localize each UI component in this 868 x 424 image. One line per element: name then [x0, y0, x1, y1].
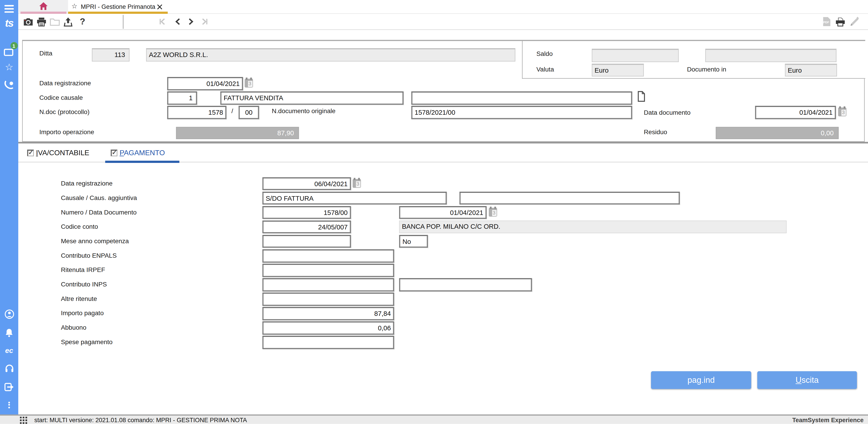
help-button[interactable]: ? — [78, 17, 88, 26]
logout-icon[interactable] — [0, 383, 18, 392]
pag-data-registrazione-label: Data registrazione — [61, 180, 113, 187]
open-folder-button[interactable] — [50, 17, 60, 26]
causale-extra-field[interactable] — [411, 91, 632, 105]
toolbar-divider — [123, 15, 123, 29]
ec-logo[interactable]: ec — [0, 346, 18, 355]
nav-next-button[interactable] — [186, 17, 196, 26]
sidebar-item-documents[interactable]: 1 — [0, 46, 18, 57]
valuta-field[interactable]: Euro — [592, 64, 644, 77]
phone-contact-icon[interactable] — [0, 80, 18, 90]
ndoc-field[interactable]: 1578 — [167, 106, 226, 119]
screenshot-camera-button[interactable] — [23, 17, 33, 26]
document-icon[interactable] — [637, 91, 646, 102]
saldo-field-2[interactable] — [705, 49, 836, 62]
data-documento-pag-field[interactable]: 01/04/2021 — [399, 206, 487, 219]
data-documento-label: Data documento — [644, 109, 690, 116]
pagamento-checkbox[interactable] — [111, 149, 117, 156]
irpef-field[interactable] — [262, 264, 394, 277]
enpals-label: Contributo ENPALS — [61, 252, 117, 259]
print-document-button[interactable] — [835, 17, 845, 26]
notification-badge: 1 — [10, 42, 18, 49]
iva-checkbox[interactable] — [27, 149, 34, 156]
status-text: start: MULTI versione: 2021.01.08 comand… — [34, 417, 247, 423]
tab-home[interactable] — [19, 0, 68, 14]
tab-iva-contabile[interactable]: IVA/CONTABILE — [36, 148, 89, 157]
importo-operazione-field: 87,90 — [176, 127, 299, 139]
mese-anno-field[interactable] — [262, 235, 351, 248]
ndoc-suffix-field[interactable]: 00 — [239, 106, 259, 119]
ndoc-orig-label: N.documento originale — [272, 108, 336, 114]
nav-last-button[interactable] — [199, 17, 209, 26]
spese-pagamento-field[interactable] — [262, 336, 394, 349]
home-icon — [39, 2, 48, 10]
numero-documento-field[interactable]: 1578/00 — [262, 206, 351, 219]
favorites-star-icon[interactable]: ☆ — [0, 62, 18, 72]
nav-prev-button[interactable] — [173, 17, 183, 26]
calendar-icon[interactable]: 3 — [245, 79, 253, 88]
tab-favorite-star-icon[interactable]: ☆ — [71, 2, 77, 10]
uscita-button[interactable]: Uscita — [757, 371, 857, 389]
codice-conto-label: Codice conto — [61, 223, 98, 230]
section-tab-strip: IVA/CONTABILE PAGAMENTO — [18, 143, 868, 162]
ditta-code-field[interactable]: 113 — [92, 48, 130, 61]
ndoc-orig-field[interactable]: 1578/2021/00 — [411, 106, 632, 119]
inps-field-2[interactable] — [399, 278, 532, 291]
data-registrazione-label: Data registrazione — [39, 80, 91, 86]
folder-icon: 1 — [3, 46, 15, 57]
codice-conto-field[interactable]: 24/05/007 — [262, 221, 351, 233]
irpef-label: Ritenuta IRPEF — [61, 266, 105, 273]
enpals-field[interactable] — [262, 249, 394, 263]
codice-causale-desc-field[interactable]: FATTURA VENDITA — [220, 91, 404, 105]
upload-button[interactable] — [63, 17, 73, 26]
tab-close-icon[interactable] — [157, 4, 162, 9]
causale-label: Causale / Caus. aggiuntiva — [61, 195, 137, 201]
status-bar: start: MULTI versione: 2021.01.08 comand… — [0, 415, 868, 424]
codice-causale-label: Codice causale — [39, 94, 83, 101]
teamsystem-logo: ts — [0, 17, 18, 30]
hamburger-menu-icon[interactable] — [0, 5, 18, 13]
home-tab-underline — [21, 11, 66, 14]
active-tab-underline — [68, 11, 168, 14]
residuo-field: 0,00 — [716, 127, 839, 139]
importo-operazione-label: Importo operazione — [39, 129, 94, 135]
calendar-icon[interactable]: 3 — [352, 179, 361, 188]
edit-pencil-button[interactable] — [850, 17, 860, 26]
codice-causale-code-field[interactable]: 1 — [167, 91, 197, 105]
data-documento-field[interactable]: 01/04/2021 — [755, 106, 836, 119]
saldo-label: Saldo — [536, 51, 553, 57]
causale-field[interactable]: S/DO FATTURA — [262, 192, 447, 204]
grid-menu-icon[interactable] — [20, 417, 27, 424]
support-headset-icon[interactable] — [0, 364, 18, 373]
abbuono-label: Abbuono — [61, 324, 86, 331]
calendar-icon[interactable]: 3 — [838, 108, 846, 116]
nav-first-button[interactable] — [158, 17, 168, 26]
pag-data-registrazione-field[interactable]: 06/04/2021 — [262, 177, 351, 190]
inps-label: Contributo INPS — [61, 281, 107, 288]
importo-pagato-label: Importo pagato — [61, 310, 103, 316]
tab-pagamento[interactable]: PAGAMENTO — [120, 148, 165, 157]
notifications-bell-icon[interactable] — [0, 328, 18, 338]
saldo-field-1[interactable] — [592, 49, 679, 62]
export-pdf-button[interactable]: PDF — [822, 17, 831, 26]
mese-anno-label: Mese anno competenza — [61, 238, 129, 244]
tab-active[interactable]: ☆ MPRI - Gestione Primanota — [68, 0, 168, 14]
data-registrazione-field[interactable]: 01/04/2021 — [167, 77, 243, 90]
print-button[interactable] — [37, 17, 46, 26]
section-divider — [18, 142, 868, 143]
ditta-label: Ditta — [39, 50, 53, 56]
importo-pagato-field[interactable]: 87,84 — [262, 307, 394, 320]
more-options-icon[interactable] — [0, 401, 18, 409]
mese-anno-flag-field[interactable]: No — [399, 235, 428, 248]
inps-field[interactable] — [262, 278, 394, 291]
toolbar: ? PDF — [18, 14, 868, 30]
causale-aggiuntiva-field[interactable] — [460, 192, 680, 204]
abbuono-field[interactable]: 0,06 — [262, 321, 394, 335]
codice-conto-desc-field: BANCA POP. MILANO C/C ORD. — [399, 221, 786, 233]
pag-ind-button[interactable]: pag.ind — [651, 371, 751, 389]
altre-ritenute-field[interactable] — [262, 292, 394, 306]
documento-in-field[interactable]: Euro — [785, 64, 837, 77]
user-profile-icon[interactable] — [0, 309, 18, 319]
calendar-icon[interactable]: 3 — [489, 208, 497, 217]
brand-label: TeamSystem Experience — [792, 417, 864, 423]
ditta-name-field[interactable]: A2Z WORLD S.R.L. — [146, 48, 515, 61]
